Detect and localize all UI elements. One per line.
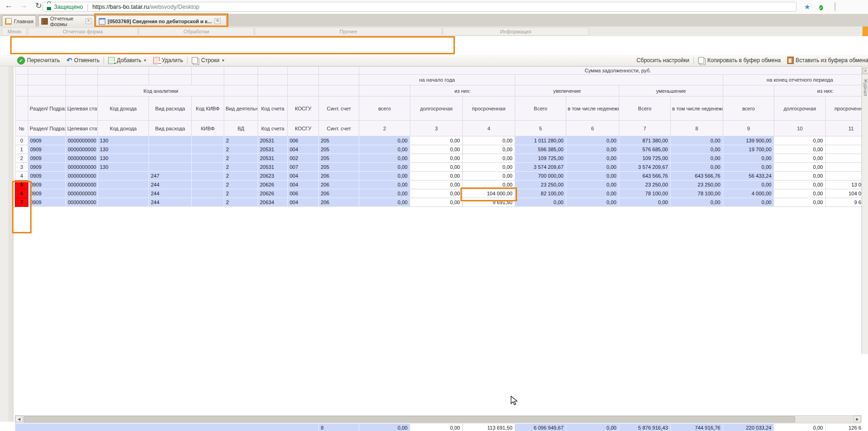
flag-extension-icon[interactable] bbox=[830, 3, 840, 11]
code-cell[interactable] bbox=[192, 189, 224, 198]
value-cell[interactable]: 0,00 bbox=[463, 172, 515, 180]
code-cell[interactable]: 0000000000 bbox=[66, 180, 98, 189]
code-cell[interactable]: 2 bbox=[224, 180, 258, 189]
code-cell[interactable]: 004 bbox=[288, 172, 319, 180]
code-cell[interactable]: 0909 bbox=[28, 136, 66, 145]
value-cell[interactable]: 1 011 280,00 bbox=[515, 136, 566, 145]
totals-value[interactable]: 0,00 bbox=[410, 424, 463, 431]
value-cell[interactable]: 0,00 bbox=[359, 172, 410, 180]
code-cell[interactable]: 20531 bbox=[258, 154, 288, 163]
value-cell[interactable]: 0,00 bbox=[410, 172, 463, 180]
value-cell[interactable]: 0,00 bbox=[410, 189, 463, 198]
value-cell[interactable]: 0,00 bbox=[826, 136, 862, 145]
code-cell[interactable] bbox=[149, 154, 192, 163]
totals-sint[interactable]: 8 bbox=[319, 424, 359, 431]
code-cell[interactable]: 0000000000 bbox=[66, 145, 98, 154]
code-cell[interactable]: 206 bbox=[319, 180, 359, 189]
row-number[interactable]: 3 bbox=[15, 163, 28, 172]
value-cell[interactable]: 0,00 bbox=[566, 136, 619, 145]
value-cell[interactable]: 0,00 bbox=[463, 163, 515, 172]
extension-icon[interactable]: ✓ bbox=[816, 3, 826, 11]
code-cell[interactable]: 0909 bbox=[28, 172, 66, 180]
code-cell[interactable] bbox=[192, 163, 224, 172]
code-cell[interactable]: 0000000000 bbox=[66, 136, 98, 145]
rows-button[interactable]: Строки ▼ bbox=[188, 55, 228, 65]
code-cell[interactable]: 20626 bbox=[258, 180, 288, 189]
value-cell[interactable]: 23 250,00 bbox=[515, 180, 566, 189]
row-number[interactable]: 5 bbox=[15, 180, 28, 189]
value-cell[interactable]: 871 380,00 bbox=[619, 136, 671, 145]
code-cell[interactable]: 206 bbox=[319, 189, 359, 198]
code-cell[interactable]: 006 bbox=[288, 189, 319, 198]
menu-item-report-form[interactable]: Отчетная форма bbox=[28, 27, 138, 36]
row-number[interactable]: 1 bbox=[15, 145, 28, 154]
paste-clipboard-button[interactable]: Вставить из буфера обмена bbox=[784, 55, 868, 65]
value-cell[interactable]: 0,00 bbox=[826, 145, 862, 154]
code-cell[interactable]: 004 bbox=[288, 180, 319, 189]
value-cell[interactable]: 0,00 bbox=[723, 180, 774, 189]
code-cell[interactable]: 0000000000 bbox=[66, 154, 98, 163]
code-cell[interactable]: 206 bbox=[319, 198, 359, 207]
delete-button[interactable]: – Удалить bbox=[150, 55, 186, 65]
scroll-right-icon[interactable]: ▶ bbox=[854, 416, 861, 422]
value-cell[interactable]: 0,00 bbox=[774, 154, 826, 163]
bookmark-star-icon[interactable]: ★ bbox=[802, 3, 812, 11]
value-cell[interactable]: 0,00 bbox=[566, 198, 619, 207]
value-cell[interactable]: 0,00 bbox=[566, 163, 619, 172]
profile-icon[interactable] bbox=[845, 3, 855, 11]
code-cell[interactable]: 0909 bbox=[28, 180, 66, 189]
code-cell[interactable]: 004 bbox=[288, 145, 319, 154]
value-cell[interactable]: 0,00 bbox=[566, 172, 619, 180]
value-cell[interactable]: 0,00 bbox=[671, 154, 723, 163]
value-cell[interactable]: 0,00 bbox=[359, 180, 410, 189]
value-cell[interactable]: 0,00 bbox=[723, 163, 774, 172]
value-cell[interactable]: 0,00 bbox=[566, 180, 619, 189]
left-collapsed-panel[interactable] bbox=[0, 66, 9, 422]
value-cell[interactable]: 0,00 bbox=[410, 198, 463, 207]
value-cell[interactable]: 0,00 bbox=[359, 189, 410, 198]
value-cell[interactable]: 0,00 bbox=[774, 136, 826, 145]
value-cell[interactable]: 0,00 bbox=[359, 136, 410, 145]
value-cell[interactable]: 0,00 bbox=[359, 198, 410, 207]
address-bar[interactable]: Защищено | https://bars-bo.tatar.ru/webs… bbox=[43, 2, 797, 12]
code-cell[interactable] bbox=[149, 136, 192, 145]
value-cell[interactable]: 643 566,76 bbox=[619, 172, 671, 180]
value-cell[interactable]: 104 000,00 bbox=[826, 189, 862, 198]
forward-icon[interactable]: → bbox=[18, 1, 30, 10]
totals-value[interactable]: 5 876 916,43 bbox=[619, 424, 671, 431]
value-cell[interactable]: 3 574 209,67 bbox=[515, 163, 566, 172]
cancel-button[interactable]: ↶ Отменить bbox=[63, 55, 103, 65]
value-cell[interactable]: 139 900,00 bbox=[723, 136, 774, 145]
value-cell[interactable]: 109 725,00 bbox=[619, 154, 671, 163]
code-cell[interactable] bbox=[192, 136, 224, 145]
row-number[interactable]: 4 bbox=[15, 172, 28, 180]
code-cell[interactable]: 205 bbox=[319, 136, 359, 145]
code-cell[interactable]: 0000000000 bbox=[66, 189, 98, 198]
code-cell[interactable]: 0909 bbox=[28, 154, 66, 163]
code-cell[interactable]: 2 bbox=[224, 145, 258, 154]
code-cell[interactable] bbox=[98, 189, 149, 198]
code-cell[interactable]: 2 bbox=[224, 154, 258, 163]
code-cell[interactable]: 130 bbox=[98, 136, 149, 145]
menu-item-menu[interactable]: Меню bbox=[2, 27, 27, 36]
value-cell[interactable]: 0,00 bbox=[774, 198, 826, 207]
code-cell[interactable] bbox=[192, 145, 224, 154]
code-cell[interactable]: 2 bbox=[224, 198, 258, 207]
code-cell[interactable]: 130 bbox=[98, 154, 149, 163]
value-cell[interactable]: 643 566,76 bbox=[671, 172, 723, 180]
value-cell[interactable]: 0,00 bbox=[671, 163, 723, 172]
tab-0503769[interactable]: [0503769] Сведения по дебиторской и к...… bbox=[96, 15, 227, 26]
totals-value[interactable]: 0,00 bbox=[566, 424, 619, 431]
add-button[interactable]: + Добавить ▼ bbox=[105, 55, 150, 65]
value-cell[interactable]: 596 385,00 bbox=[515, 145, 566, 154]
code-cell[interactable]: 007 bbox=[288, 163, 319, 172]
value-cell[interactable]: 82 100,00 bbox=[515, 189, 566, 198]
value-cell[interactable]: 0,00 bbox=[774, 145, 826, 154]
code-cell[interactable]: 247 bbox=[149, 172, 192, 180]
value-cell[interactable]: 9 691,50 bbox=[826, 198, 862, 207]
totals-value[interactable]: 126 691,50 bbox=[826, 424, 862, 431]
code-cell[interactable]: 2 bbox=[224, 163, 258, 172]
code-cell[interactable]: 130 bbox=[98, 163, 149, 172]
close-tab-icon[interactable]: ✕ bbox=[214, 18, 220, 24]
tab-otchetnye-formy[interactable]: Отчетные формы ✕ bbox=[38, 15, 95, 26]
